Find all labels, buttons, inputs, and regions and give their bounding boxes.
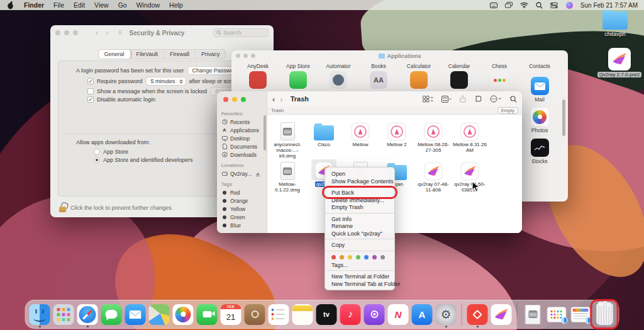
app-icon[interactable] — [450, 71, 468, 89]
close-button[interactable] — [236, 54, 240, 58]
require-password-checkbox[interactable]: ✓ — [87, 78, 94, 84]
dock-podcasts[interactable] — [364, 302, 386, 327]
app-mellow-4[interactable]: Mellow 8.31.26 AM — [452, 120, 488, 159]
menu-finder[interactable]: Finder — [24, 1, 44, 9]
stocks-app-icon[interactable] — [531, 139, 549, 157]
close-button[interactable] — [55, 30, 60, 35]
menu-item-new-terminal[interactable]: New Terminal at Folder — [325, 273, 394, 280]
menu-help[interactable]: Help — [169, 1, 183, 9]
dock-safari[interactable] — [77, 302, 99, 327]
app-label[interactable]: AnyDesk — [238, 63, 278, 69]
mail-app-icon[interactable] — [531, 77, 549, 95]
menu-item-quick-look[interactable]: Quick Look "qv2ray" — [325, 230, 394, 237]
desktop-icon-qv2ray[interactable]: Qv2ray 2.7.0-pre2 — [596, 48, 643, 77]
dock-tv[interactable]: tv — [316, 302, 338, 327]
menu-window[interactable]: Window — [136, 1, 160, 9]
app-mellow-2[interactable]: Mellow 2 — [379, 120, 415, 159]
scrollbar[interactable] — [562, 100, 565, 136]
dock-messages[interactable] — [101, 302, 123, 327]
sidebar-item-applications[interactable]: A Applications — [221, 126, 265, 134]
titlebar[interactable]: ‹ › ⠿ Security & Privacy Search — [50, 25, 274, 40]
tag-red[interactable] — [331, 255, 336, 259]
sidebar-tag-orange[interactable]: Orange — [221, 196, 265, 205]
back-button[interactable]: ‹ — [96, 28, 98, 37]
file-anyconnect-dmg[interactable]: anyconnect-macos-...-k9.dmg — [269, 120, 306, 159]
displays-icon[interactable] — [505, 1, 513, 9]
dock-news[interactable]: N — [387, 302, 409, 327]
app-qv2ray-3[interactable]: qv2ray 07-50-038592 — [452, 159, 488, 193]
menu-item-put-back[interactable]: Put Back — [325, 189, 394, 196]
search-icon[interactable] — [510, 96, 517, 103]
tag-yellow[interactable] — [348, 255, 352, 259]
photos-app-icon[interactable] — [531, 108, 549, 126]
menu-item-open[interactable]: Open — [325, 170, 394, 178]
app-mellow[interactable]: Mellow — [342, 120, 379, 159]
dock-facetime[interactable] — [196, 302, 218, 327]
group-by-icon[interactable] — [441, 96, 452, 103]
interval-select[interactable]: 5 minutes — [146, 77, 186, 86]
menu-go[interactable]: Go — [118, 1, 127, 9]
menu-bar-clock[interactable]: Sun Feb 21 7:57 AM — [580, 2, 638, 9]
zoom-button[interactable] — [251, 54, 255, 58]
forward-button[interactable]: › — [280, 94, 282, 104]
tab-privacy[interactable]: Privacy — [196, 50, 226, 59]
tab-firewall[interactable]: Firewall — [164, 50, 196, 59]
minimize-button[interactable] — [232, 97, 237, 102]
tag-green[interactable] — [356, 255, 360, 259]
menu-file[interactable]: File — [53, 1, 64, 9]
app-label[interactable]: Automator — [318, 63, 358, 69]
forward-button[interactable]: › — [106, 28, 108, 37]
sidebar-item-recents[interactable]: Recents — [221, 118, 265, 126]
app-label[interactable]: Photos — [531, 127, 548, 134]
dock-trash[interactable] — [594, 302, 616, 327]
wifi-icon[interactable] — [520, 1, 528, 9]
menu-item-empty-trash[interactable]: Empty Trash — [325, 203, 394, 211]
app-label[interactable]: Books — [358, 63, 399, 69]
more-actions-icon[interactable] — [490, 95, 502, 103]
close-button[interactable] — [223, 97, 228, 102]
dock-launchpad[interactable] — [53, 302, 75, 327]
dock-photos[interactable] — [172, 302, 194, 327]
dock-mail[interactable] — [125, 302, 147, 327]
sidebar-tag-red[interactable]: Red — [221, 188, 265, 196]
menu-view[interactable]: View — [94, 1, 109, 9]
dock-notes[interactable] — [292, 302, 314, 327]
tag-icon[interactable] — [474, 95, 482, 103]
sidebar-tag-green[interactable]: Green — [221, 213, 265, 221]
menu-item-get-info[interactable]: Get Info — [325, 215, 394, 223]
dock-system-preferences[interactable]: ⚙ — [435, 302, 457, 327]
dock-reminders[interactable] — [268, 302, 290, 327]
menu-edit[interactable]: Edit — [74, 1, 85, 9]
app-label[interactable]: Calendar — [439, 63, 479, 69]
app-store-radio[interactable] — [94, 149, 100, 155]
empty-trash-button[interactable]: Empty — [497, 107, 518, 114]
file-mellow-dmg[interactable]: Mellow-0.1.22.dmg — [269, 159, 306, 193]
control-center-icon[interactable] — [550, 1, 558, 9]
tag-orange[interactable] — [340, 255, 344, 259]
menu-item-rename[interactable]: Rename — [325, 222, 394, 230]
dock-anydesk[interactable] — [467, 302, 489, 327]
menu-item-new-terminal-tab[interactable]: New Terminal Tab at Folder — [325, 280, 394, 288]
dock-contacts[interactable] — [244, 302, 266, 327]
app-icon[interactable] — [289, 71, 307, 89]
sidebar-scrollbar[interactable] — [264, 115, 266, 151]
sidebar-tag-yellow[interactable]: Yellow — [221, 205, 265, 213]
dock-finder[interactable] — [29, 302, 51, 327]
menu-item-copy[interactable]: Copy — [325, 241, 394, 249]
dock-qv2ray[interactable] — [491, 302, 513, 327]
app-label[interactable]: App Store — [278, 63, 318, 69]
search-field[interactable]: Search — [213, 28, 269, 37]
tab-filevault[interactable]: FileVault — [131, 50, 164, 59]
apple-menu[interactable] — [6, 1, 14, 9]
dock-calendar[interactable]: FEB 21 — [220, 302, 242, 327]
minimize-button[interactable] — [64, 30, 69, 35]
app-label[interactable]: Calculator — [399, 63, 439, 69]
siri-icon[interactable] — [565, 1, 574, 9]
input-source-icon[interactable] — [490, 1, 498, 9]
app-label[interactable]: Stocks — [531, 158, 548, 164]
minimize-button[interactable] — [243, 54, 248, 58]
app-label[interactable]: Mail — [535, 96, 545, 103]
menu-item-show-package-contents[interactable]: Show Package Contents — [325, 178, 394, 185]
dock-minimized-applications[interactable] — [546, 302, 568, 327]
spotlight-icon[interactable] — [535, 1, 543, 9]
